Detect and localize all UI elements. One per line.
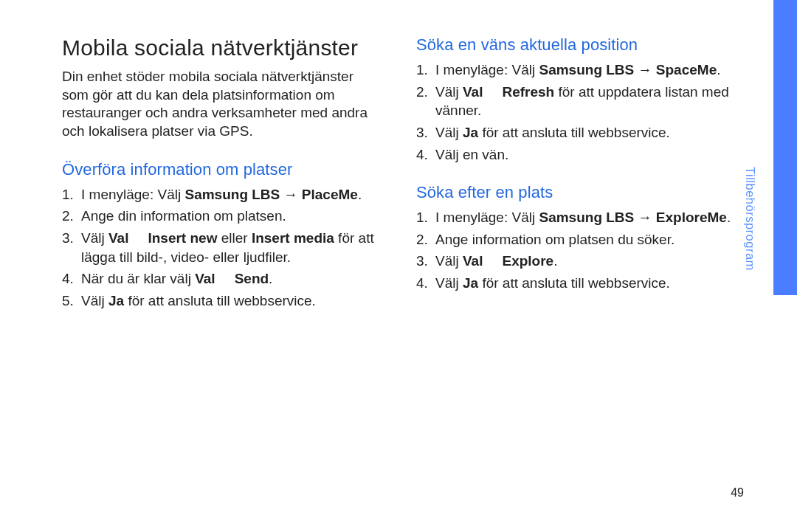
list-item: När du är klar välj ValSend. [62,269,381,289]
list-item: Ange din information om platsen. [62,207,381,226]
side-section-label: Tillbehörsprogram [743,167,757,271]
list-item: Välj ValExplore. [416,252,735,271]
section3-heading: Söka efter en plats [416,183,735,202]
list-item: Välj ValRefresh för att uppdatera listan… [416,83,735,120]
intro-text: Din enhet stöder mobila sociala nätverkt… [62,68,381,141]
list-item: Välj Ja för att ansluta till webbservice… [416,274,735,293]
section2-list: I menyläge: Välj Samsung LBS → SpaceMe. … [416,61,735,164]
section2-heading: Söka en väns aktuella position [416,35,735,55]
list-item: I menyläge: Välj Samsung LBS → ExploreMe… [416,208,735,227]
list-item: Välj Ja för att ansluta till webbservice… [416,123,735,142]
list-item: Välj ValInsert new eller Insert media fö… [62,229,381,266]
left-column: Mobila sociala nätverktjänster Din enhet… [62,35,381,514]
side-tab [773,0,797,295]
list-item: I menyläge: Välj Samsung LBS → SpaceMe. [416,61,735,80]
list-item: Välj en vän. [416,145,735,165]
right-column: Söka en väns aktuella position I menyläg… [416,35,770,514]
section3-list: I menyläge: Välj Samsung LBS → ExploreMe… [416,208,735,293]
page-title: Mobila sociala nätverktjänster [62,35,381,61]
list-item: I menyläge: Välj Samsung LBS → PlaceMe. [62,185,381,204]
list-item: Välj Ja för att ansluta till webbservice… [62,291,381,311]
section1-list: I menyläge: Välj Samsung LBS → PlaceMe. … [62,185,381,311]
section1-heading: Överföra information om platser [62,160,381,179]
list-item: Ange information om platsen du söker. [416,230,735,249]
page-number: 49 [731,486,744,500]
